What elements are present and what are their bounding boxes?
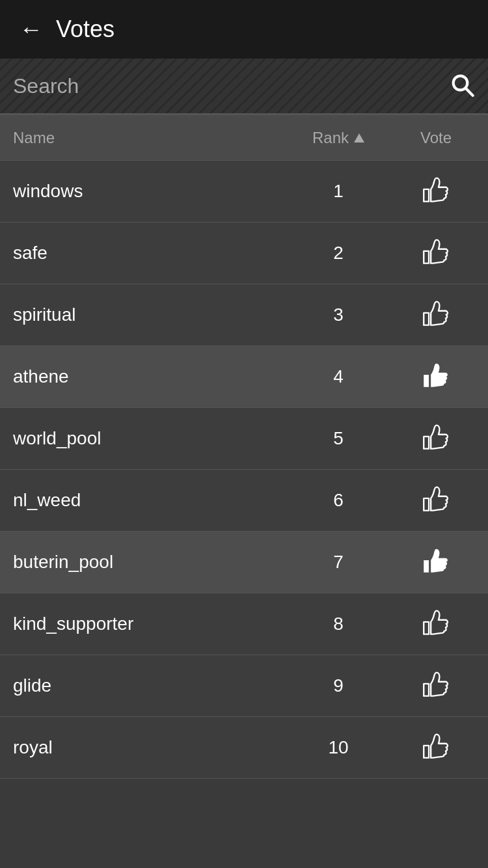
row-name: safe (13, 243, 280, 264)
thumbs-up-icon (420, 731, 452, 764)
column-header-name: Name (13, 129, 280, 147)
search-bar (0, 59, 488, 114)
svg-line-1 (466, 88, 473, 96)
vote-button[interactable] (397, 608, 475, 640)
table-row[interactable]: kind_supporter8 (0, 593, 488, 655)
search-button[interactable] (449, 72, 475, 100)
table-row[interactable]: windows1 (0, 161, 488, 223)
row-rank: 1 (280, 181, 397, 202)
row-name: glide (13, 675, 280, 696)
row-rank: 10 (280, 737, 397, 758)
table-row[interactable]: royal10 (0, 717, 488, 779)
row-rank: 3 (280, 305, 397, 325)
row-rank: 9 (280, 675, 397, 696)
search-input[interactable] (13, 74, 449, 98)
table-row[interactable]: glide9 (0, 655, 488, 717)
thumbs-up-icon (420, 237, 452, 269)
vote-button[interactable] (397, 360, 475, 393)
row-name: royal (13, 737, 280, 758)
thumbs-up-icon (420, 299, 452, 331)
row-rank: 5 (280, 428, 397, 449)
vote-button[interactable] (397, 175, 475, 208)
thumbs-up-icon (420, 175, 452, 208)
thumbs-up-icon (420, 608, 452, 640)
vote-button[interactable] (397, 731, 475, 764)
table-header: Name Rank Vote (0, 115, 488, 161)
row-name: athene (13, 366, 280, 387)
row-name: nl_weed (13, 490, 280, 511)
vote-button[interactable] (397, 484, 475, 517)
back-button[interactable]: ← (20, 16, 43, 43)
row-name: kind_supporter (13, 614, 280, 634)
thumbs-up-icon (420, 546, 452, 578)
vote-button[interactable] (397, 670, 475, 702)
thumbs-up-icon (420, 422, 452, 455)
table-row[interactable]: safe2 (0, 223, 488, 284)
table-row[interactable]: buterin_pool7 (0, 532, 488, 593)
table-body: windows1 safe2 spiritual3 athene4 world_… (0, 161, 488, 779)
vote-button[interactable] (397, 237, 475, 269)
thumbs-up-icon (420, 360, 452, 393)
table-row[interactable]: world_pool5 (0, 408, 488, 470)
column-header-rank[interactable]: Rank (280, 129, 397, 147)
thumbs-up-icon (420, 484, 452, 517)
vote-button[interactable] (397, 546, 475, 578)
row-rank: 7 (280, 552, 397, 573)
table-row[interactable]: nl_weed6 (0, 470, 488, 532)
search-icon (449, 72, 475, 98)
table-row[interactable]: spiritual3 (0, 284, 488, 346)
row-rank: 4 (280, 366, 397, 387)
row-name: spiritual (13, 305, 280, 325)
sort-arrow-icon (354, 133, 364, 142)
vote-button[interactable] (397, 422, 475, 455)
row-name: buterin_pool (13, 552, 280, 573)
header: ← Votes (0, 0, 488, 59)
row-name: windows (13, 181, 280, 202)
table-row[interactable]: athene4 (0, 346, 488, 408)
row-rank: 8 (280, 614, 397, 634)
row-rank: 2 (280, 243, 397, 264)
vote-button[interactable] (397, 299, 475, 331)
page-title: Votes (56, 16, 115, 43)
row-rank: 6 (280, 490, 397, 511)
column-header-vote: Vote (397, 129, 475, 147)
row-name: world_pool (13, 428, 280, 449)
thumbs-up-icon (420, 670, 452, 702)
